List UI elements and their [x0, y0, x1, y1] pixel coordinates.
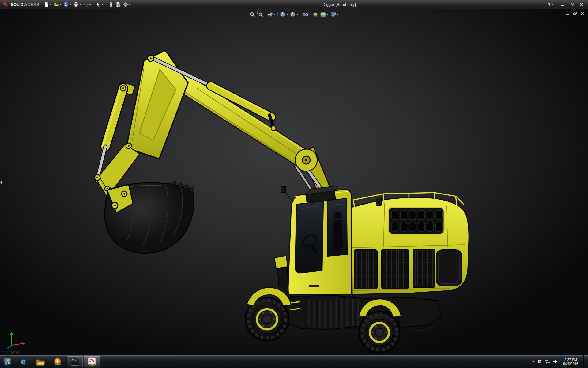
hide-show-caret[interactable] — [309, 14, 311, 15]
document-restore-button[interactable] — [573, 12, 577, 15]
headrest — [334, 212, 341, 219]
hidden-icons-chevron-icon — [532, 361, 535, 363]
close-icon — [580, 3, 583, 6]
network-icon[interactable] — [545, 360, 550, 364]
solidworks-logo-icon — [2, 2, 9, 7]
edit-appearance-button[interactable] — [312, 11, 319, 18]
close-button[interactable] — [577, 1, 586, 8]
app-logo: SOLIDWORKS — [2, 2, 39, 7]
toolbar-separator — [265, 12, 265, 17]
tray-application-icon[interactable] — [538, 360, 542, 364]
exhaust-stack — [376, 198, 382, 205]
rebuild-button[interactable] — [107, 1, 115, 8]
document-close-button[interactable] — [581, 12, 584, 15]
boom-triangle-plate[interactable] — [126, 50, 188, 159]
view-orientation-cube-icon — [280, 11, 286, 17]
section-view-button[interactable] — [266, 11, 276, 18]
new-document-icon — [44, 2, 49, 7]
zoom-to-area-button[interactable] — [256, 11, 264, 18]
apply-scene-button[interactable] — [319, 11, 329, 18]
undo-icon — [83, 2, 89, 7]
start-button[interactable] — [1, 356, 14, 368]
engine-housing[interactable] — [352, 193, 469, 294]
seat — [333, 220, 343, 251]
taskbar-item-windows-explorer[interactable] — [32, 356, 49, 368]
view-orientation-caret[interactable] — [286, 14, 288, 15]
show-hidden-icons-button[interactable] — [532, 361, 535, 363]
document-window-controls — [550, 12, 584, 15]
open-button[interactable] — [53, 1, 62, 8]
system-tray: 2:27 PM 6/26/2015 — [532, 355, 588, 368]
display-style-caret[interactable] — [296, 14, 298, 15]
help-button[interactable]: ? — [547, 2, 555, 7]
engine-grille-top[interactable] — [388, 207, 444, 234]
save-caret[interactable] — [70, 4, 71, 5]
graphics-viewport[interactable]: *Dimetric — [0, 9, 588, 355]
logo-text-light: WORKS — [24, 2, 39, 7]
rebuild-icon — [108, 2, 114, 7]
solidworks-window: SOLIDWORKS — [0, 0, 588, 368]
undo-button[interactable] — [82, 1, 92, 8]
reference-triad[interactable] — [7, 330, 27, 350]
toolbar-separator — [93, 2, 93, 7]
boom-beam[interactable] — [172, 72, 310, 167]
bucket[interactable] — [105, 180, 194, 253]
split-pane-horizontal-button[interactable] — [550, 12, 554, 15]
split-pane-vertical-button[interactable] — [558, 12, 562, 15]
print-icon — [73, 2, 79, 7]
options-button[interactable] — [122, 1, 132, 8]
boom-arm[interactable] — [95, 50, 331, 205]
taskbar-item-internet-explorer[interactable]: e — [15, 356, 32, 368]
toolbar-separator — [106, 2, 106, 7]
save-button[interactable] — [62, 1, 72, 8]
clock-time: 2:27 PM — [563, 358, 578, 362]
new-document-button[interactable] — [43, 1, 53, 8]
view-orientation-button[interactable] — [279, 11, 289, 18]
windows-start-icon — [2, 356, 13, 368]
taskbar-item-command-prompt[interactable]: C:\ — [66, 356, 83, 368]
hide-show-items-button[interactable] — [302, 11, 311, 18]
app-logo-text: SOLIDWORKS — [11, 2, 39, 7]
print-caret[interactable] — [79, 4, 81, 5]
wheel-rear-left[interactable] — [359, 312, 400, 353]
logo-text-bold: SOLID — [11, 2, 24, 7]
select-cursor-icon — [96, 2, 101, 7]
view-settings-caret[interactable] — [337, 14, 339, 15]
solidworks-app-icon: 2015 — [88, 357, 96, 366]
show-desktop-button[interactable] — [583, 355, 587, 368]
view-settings-button[interactable] — [330, 11, 339, 18]
open-caret[interactable] — [60, 4, 62, 5]
zoom-to-fit-button[interactable] — [249, 11, 256, 18]
undo-caret[interactable] — [89, 4, 91, 5]
select-caret[interactable] — [102, 4, 104, 5]
command-prompt-icon: C:\ — [71, 358, 79, 366]
print-button[interactable] — [72, 1, 82, 8]
restore-button[interactable] — [567, 1, 577, 8]
minimize-button[interactable] — [558, 1, 567, 8]
rear-access-panel[interactable] — [436, 250, 462, 286]
file-properties-button[interactable] — [115, 1, 122, 8]
internet-explorer-icon: e — [21, 358, 25, 366]
headsup-view-toolbar — [249, 11, 339, 18]
apply-scene-caret[interactable] — [327, 14, 329, 15]
save-icon — [63, 2, 69, 7]
display-style-button[interactable] — [289, 11, 299, 18]
taskbar-item-solidworks-2015[interactable]: 2015 — [84, 356, 100, 368]
excavator-model[interactable] — [0, 9, 588, 355]
new-document-caret[interactable] — [50, 4, 52, 5]
mirror — [281, 186, 285, 193]
featuremanager-flyout-arrow[interactable] — [0, 180, 3, 186]
taskbar-item-media-player[interactable] — [49, 356, 66, 368]
volume-icon[interactable] — [553, 360, 558, 364]
cab[interactable] — [281, 186, 352, 294]
select-button[interactable] — [95, 1, 104, 8]
taskbar-clock[interactable]: 2:27 PM 6/26/2015 — [561, 358, 580, 366]
options-gear-icon — [123, 2, 128, 7]
media-player-icon — [53, 358, 62, 366]
minimize-icon — [561, 3, 564, 6]
section-view-caret[interactable] — [274, 14, 276, 15]
help-caret[interactable] — [551, 4, 553, 5]
side-grilles[interactable] — [354, 249, 435, 289]
document-minimize-button[interactable] — [566, 12, 569, 15]
options-caret[interactable] — [129, 4, 131, 5]
